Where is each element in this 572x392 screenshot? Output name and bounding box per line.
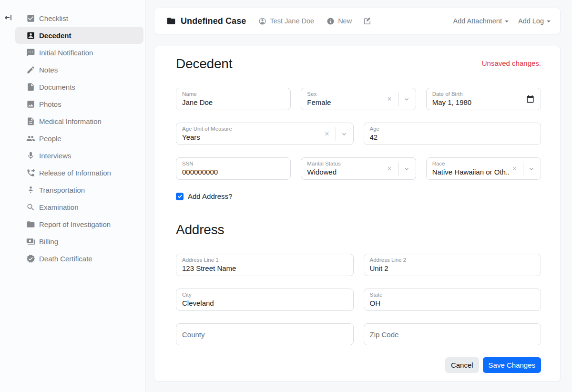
add-log-dropdown[interactable]: Add Log (518, 17, 551, 25)
case-person-group: Test Jane Doe (258, 17, 314, 25)
state-input[interactable] (370, 298, 535, 308)
calendar-icon[interactable] (526, 94, 535, 103)
sidebar-item-label: Initial Notification (39, 49, 93, 57)
x-clear-icon[interactable]: × (384, 165, 398, 173)
sidebar-item-notes[interactable]: Notes (15, 61, 143, 78)
edit-note-icon[interactable] (363, 17, 371, 25)
sidebar-item-label: Examination (39, 203, 79, 211)
sidebar-item-medical-information[interactable]: Medical Information (15, 113, 143, 130)
age-label: Age (370, 125, 535, 132)
marital-status-label: Marital Status (307, 160, 384, 167)
chevron-down-icon[interactable] (398, 96, 416, 102)
x-clear-icon[interactable]: × (510, 165, 523, 173)
form-row: Address Line 1 Address Line 2 (176, 254, 541, 276)
add-attachment-label: Add Attachment (453, 17, 502, 25)
sidebar-item-billing[interactable]: Billing (15, 233, 143, 250)
verified-badge-icon (26, 254, 35, 263)
form-row: Name Sex × Date of Birth (176, 88, 541, 110)
chevron-down-icon[interactable] (523, 166, 541, 172)
sidebar-item-label: Interviews (39, 152, 72, 160)
photo-icon (26, 100, 35, 109)
person-pin-icon (26, 186, 35, 195)
sidebar-item-photos[interactable]: Photos (15, 95, 143, 113)
ssn-input[interactable] (182, 167, 285, 177)
address-line-2-input[interactable] (370, 263, 535, 273)
cancel-button[interactable]: Cancel (445, 357, 479, 373)
save-changes-button[interactable]: Save Changes (483, 357, 541, 373)
name-field: Name (176, 88, 291, 110)
sidebar-item-transportation[interactable]: Transportation (15, 181, 143, 198)
pencil-icon (26, 65, 35, 74)
city-input[interactable] (182, 298, 347, 308)
medical-file-icon (26, 117, 35, 126)
select-controls: × (322, 123, 353, 144)
magnifier-icon (26, 203, 35, 212)
person-circle-icon (258, 17, 266, 25)
sidebar-item-label: Checklist (39, 14, 68, 22)
phone-forward-icon (26, 168, 35, 177)
chevron-down-icon[interactable] (398, 166, 416, 172)
chat-icon (26, 48, 35, 57)
date-of-birth-input[interactable] (432, 97, 520, 107)
address-line-1-input[interactable] (182, 263, 347, 273)
add-address-row: Add Address? (176, 192, 541, 200)
date-of-birth-label: Date of Birth (432, 91, 520, 97)
sidebar-item-label: Death Certificate (39, 255, 92, 263)
sidebar-item-label: Documents (39, 83, 75, 91)
county-input[interactable] (182, 330, 347, 340)
race-input[interactable] (432, 167, 509, 177)
x-clear-icon[interactable]: × (384, 95, 398, 103)
add-log-label: Add Log (518, 17, 544, 25)
sidebar-item-documents[interactable]: Documents (15, 78, 143, 95)
select-controls: × (384, 158, 415, 179)
case-title-group: Undefined Case (166, 16, 246, 26)
zip-code-input[interactable] (370, 330, 535, 340)
caret-down-icon (505, 21, 509, 22)
state-field: State (364, 289, 541, 311)
address-line-1-field: Address Line 1 (176, 254, 354, 276)
sidebar-item-examination[interactable]: Examination (15, 198, 143, 216)
name-input[interactable] (182, 97, 285, 107)
ssn-field: SSN (176, 157, 291, 180)
chevron-down-icon[interactable] (336, 131, 353, 137)
sidebar-item-label: People (39, 134, 61, 143)
race-label: Race (432, 160, 509, 167)
sidebar-item-label: Release of Information (39, 169, 111, 177)
form-row: City State (176, 289, 541, 311)
select-controls: × (510, 158, 541, 179)
check-icon (177, 194, 183, 199)
sidebar-item-people[interactable]: People (15, 130, 143, 147)
marital-status-input[interactable] (307, 167, 384, 177)
decedent-form-card: Decedent Unsaved changes. Name Sex × Dat… (154, 46, 561, 382)
sidebar-item-decedent[interactable]: Decedent (15, 27, 143, 44)
document-icon (26, 83, 35, 92)
age-input[interactable] (370, 132, 535, 142)
x-clear-icon[interactable]: × (322, 130, 335, 138)
billing-icon (26, 237, 35, 246)
form-row: Age Unit of Measure × Age (176, 123, 541, 145)
sidebar-item-death-certificate[interactable]: Death Certificate (15, 250, 143, 267)
add-attachment-dropdown[interactable]: Add Attachment (453, 17, 509, 25)
collapse-left-icon[interactable] (4, 13, 12, 22)
unsaved-changes-notice: Unsaved changes. (482, 59, 541, 67)
ssn-label: SSN (182, 160, 285, 167)
folder-icon (166, 16, 176, 26)
sidebar-nav: Checklist Decedent Initial Notification … (0, 0, 145, 267)
sidebar-item-report-of-investigation[interactable]: Report of Investigation (15, 216, 143, 233)
info-icon (327, 17, 335, 25)
age-unit-input[interactable] (182, 132, 322, 142)
sidebar-item-release-of-information[interactable]: Release of Information (15, 164, 143, 181)
case-header: Undefined Case Test Jane Doe New Add Att… (154, 8, 561, 34)
checklist-icon (26, 14, 35, 23)
sex-input[interactable] (307, 97, 384, 107)
city-label: City (182, 291, 347, 298)
sidebar-item-label: Medical Information (39, 117, 102, 125)
form-row (176, 323, 541, 345)
add-address-checkbox[interactable] (176, 193, 184, 200)
sidebar-item-initial-notification[interactable]: Initial Notification (15, 44, 143, 61)
state-label: State (370, 291, 535, 298)
sidebar-item-checklist[interactable]: Checklist (15, 10, 143, 27)
race-field: Race × (426, 157, 541, 180)
sidebar-item-interviews[interactable]: Interviews (15, 147, 143, 164)
case-person: Test Jane Doe (270, 17, 314, 25)
